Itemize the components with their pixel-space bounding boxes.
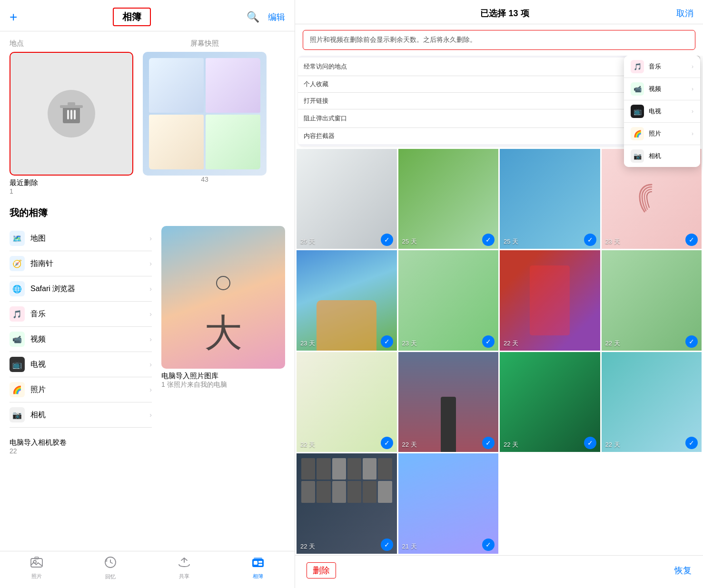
tab-albums[interactable]: 相簿	[241, 557, 275, 580]
photo-cell[interactable]: 23 天 ✓	[398, 250, 499, 351]
photo-cell[interactable]: 22 天	[500, 250, 600, 351]
tv-popup-icon: 📺	[631, 105, 644, 118]
photo-check: ✓	[685, 437, 698, 449]
photo-check: ✓	[482, 437, 495, 449]
screenshots-inner	[143, 52, 267, 176]
photo-cell[interactable]: 22 天 ✓	[602, 352, 702, 452]
title-box: 相簿	[113, 8, 151, 26]
left-header: + 相簿 🔍 编辑	[0, 0, 295, 31]
right-header: 已选择 13 项 取消	[295, 0, 703, 24]
tab-memories-label: 回忆	[105, 573, 116, 580]
list-item[interactable]: 📺 电视 ›	[10, 352, 152, 377]
selection-title: 已选择 13 项	[480, 8, 529, 19]
svg-rect-14	[258, 564, 262, 566]
photo-cell[interactable]: 25 天 ✓	[297, 149, 397, 249]
left-panel: + 相簿 🔍 编辑 地点 屏幕快照	[0, 0, 295, 588]
popup-item[interactable]: 🌈 照片 ›	[624, 123, 700, 145]
safari-icon: 🌐	[10, 281, 25, 296]
popup-item[interactable]: 📷 相机	[624, 145, 700, 167]
location-section-label: 地点	[10, 39, 133, 48]
memories-tab-icon	[104, 556, 117, 571]
list-item[interactable]: 📹 视频 ›	[10, 327, 152, 352]
screenshots-thumb	[143, 52, 267, 176]
photo-cell[interactable]: 25 天 ✓	[500, 149, 600, 249]
photos-tab-icon	[30, 557, 43, 571]
list-item[interactable]: 🎵 音乐 ›	[10, 302, 152, 327]
screenshots-album[interactable]: 43	[143, 52, 267, 195]
list-item[interactable]: 🌈 照片 ›	[10, 377, 152, 402]
photo-cell[interactable]: 22 天 ✓	[297, 453, 397, 554]
restore-button[interactable]: 恢复	[674, 565, 692, 576]
compass-icon: 🧭	[10, 256, 25, 271]
photo-cell[interactable]: 23 天 ✓	[297, 250, 397, 351]
photo-check: ✓	[584, 437, 596, 449]
svg-rect-2	[68, 102, 75, 106]
import-album-1-count: 22	[10, 447, 152, 455]
tab-albums-label: 相簿	[253, 573, 263, 580]
photo-check: ✓	[381, 335, 393, 348]
delete-button[interactable]: 删除	[307, 562, 336, 578]
right-panel: 已选择 13 项 取消 照片和视频在删除前会显示剩余天数。之后将永久删除。 经常…	[295, 0, 703, 588]
album-list: 🗺️ 地图 › 🧭 指南针 › 🌐 Safari 浏览器 › 🎵 音乐	[10, 226, 285, 455]
album-list-right: 大 电脑导入照片图库 1 张照片来自我的电脑	[161, 226, 285, 455]
list-item[interactable]: 🌐 Safari 浏览器 ›	[10, 276, 152, 302]
svg-rect-4	[70, 110, 72, 119]
popup-item[interactable]: 🎵 音乐 ›	[624, 56, 700, 78]
photos-popup-icon: 🌈	[631, 127, 644, 140]
warning-banner: 照片和视频在删除前会显示剩余天数。之后将永久删除。	[303, 30, 695, 50]
camera-popup-icon: 📷	[631, 149, 644, 163]
video-icon: 📹	[10, 332, 25, 347]
popup-item[interactable]: 📺 电视 ›	[624, 100, 700, 123]
list-item[interactable]: 🧭 指南针 ›	[10, 251, 152, 276]
album-meta-row: 电脑导入相机胶卷 22	[10, 435, 152, 455]
photo-cell[interactable]: 22 天 ✓	[602, 250, 702, 351]
search-icon[interactable]: 🔍	[247, 11, 259, 23]
screenshots-section: 屏幕快照	[143, 39, 267, 48]
import-album-1-name: 电脑导入相机胶卷	[10, 438, 152, 447]
recently-deleted-name: 最近删除	[10, 178, 133, 187]
svg-rect-5	[74, 110, 76, 119]
video-popup-icon: 📹	[631, 82, 644, 96]
import-album-2-name: 电脑导入照片图库	[161, 372, 285, 381]
import-album-1[interactable]: 电脑导入相机胶卷 22	[10, 435, 152, 455]
photo-cell[interactable]: 22 天 ✓	[398, 352, 499, 452]
page-title: 相簿	[122, 11, 141, 22]
tab-shared[interactable]: 共享	[168, 557, 201, 580]
recently-deleted-count: 1	[10, 187, 133, 195]
photo-grid: 25 天 ✓ 25 天 ✓ 25 天 ✓	[295, 149, 703, 554]
svg-rect-6	[31, 559, 42, 567]
photo-cell[interactable]: 21 天 ✓	[398, 453, 499, 554]
photo-check: ✓	[482, 539, 495, 551]
cancel-button[interactable]: 取消	[676, 8, 693, 19]
tab-memories[interactable]: 回忆	[94, 556, 127, 580]
tab-bar: 照片 回忆 共享 相簿	[0, 551, 295, 588]
add-button[interactable]: +	[10, 10, 17, 25]
list-item[interactable]: 📷 相机 ›	[10, 402, 152, 428]
svg-rect-13	[258, 561, 262, 563]
import-album-2-subtitle: 1 张照片来自我的电脑	[161, 381, 285, 389]
photo-check: ✓	[685, 335, 698, 348]
photos-icon: 🌈	[10, 382, 25, 397]
tab-photos[interactable]: 照片	[20, 557, 53, 580]
tab-shared-label: 共享	[179, 573, 189, 580]
warning-text: 照片和视频在删除前会显示剩余天数。之后将永久删除。	[310, 36, 476, 43]
tv-icon: 📺	[10, 357, 25, 372]
left-content: 地点 屏幕快照	[0, 31, 295, 551]
music-icon: 🎵	[10, 306, 25, 322]
photo-check: ✓	[482, 335, 495, 348]
photo-cell[interactable]: 22 天 ✓	[297, 352, 397, 452]
edit-button[interactable]: 编辑	[268, 11, 285, 23]
header-actions: 🔍 编辑	[247, 11, 285, 23]
popup-item[interactable]: 📹 视频 ›	[624, 78, 700, 100]
camera-icon: 📷	[10, 407, 25, 422]
import-album-2-thumb[interactable]: 大	[161, 226, 285, 369]
screenshots-count: 43	[143, 176, 267, 183]
shared-tab-icon	[178, 557, 190, 571]
photo-cell[interactable]: 22 天 ✓	[500, 352, 600, 452]
recently-deleted-album[interactable]: 最近删除 1	[10, 52, 133, 195]
photo-cell[interactable]: 25 天 ✓	[398, 149, 499, 249]
popup-menu: 🎵 音乐 › 📹 视频 › 📺 电视 › 🌈 照片 ›	[624, 56, 700, 167]
tab-photos-label: 照片	[31, 573, 42, 580]
list-item[interactable]: 🗺️ 地图 ›	[10, 226, 152, 251]
svg-rect-12	[254, 561, 257, 565]
